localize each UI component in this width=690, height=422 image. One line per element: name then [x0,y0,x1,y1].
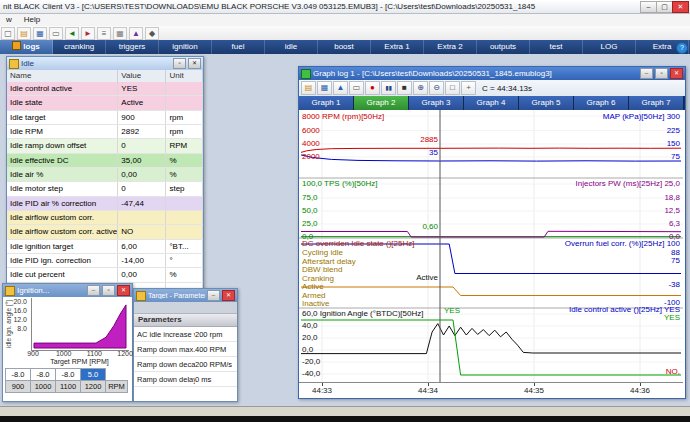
tab-extra-2[interactable]: Extra 2 [424,40,477,54]
minimize-icon[interactable]: – [640,68,653,79]
idle-row[interactable]: Idle air %0,00% [7,168,203,182]
tab-outputs[interactable]: outputs [477,40,530,54]
idle-row[interactable]: Idle ignition target6,00°BT... [7,240,203,254]
tab-boost[interactable]: boost [318,40,371,54]
parameter-row[interactable]: Ramp down decay rate200 RPM/s [134,357,237,372]
param-name: Idle state [7,96,118,109]
idle-row[interactable]: Idle motor step0step [7,182,203,196]
tab-test[interactable]: test [530,40,583,54]
tab-ignition[interactable]: ignition [159,40,212,54]
tab-triggers[interactable]: triggers [106,40,159,54]
idle-window-titlebar[interactable]: Idle ▫ ✕ [7,57,203,70]
tab-cranking[interactable]: cranking [53,40,106,54]
tab-extra-1[interactable]: Extra 1 [371,40,424,54]
graph-axis-label: -38 [668,281,680,289]
idle-ignition-chart[interactable] [31,298,129,351]
tab-idle[interactable]: idle [265,40,318,54]
graph-axis-label: 75 [671,153,680,161]
maximize-button[interactable]: ▢ [656,1,673,13]
pin-button[interactable]: ▫ [173,58,186,69]
window-icon [136,291,146,301]
table-icon[interactable]: ▦ [113,27,127,40]
idle-row[interactable]: Idle airflow custom corr. activeNO [7,225,203,239]
open-icon[interactable]: ▤ [17,27,31,40]
tab-fuel[interactable]: fuel [212,40,265,54]
graph-axis-label: 18,8 [664,194,680,202]
cursor-value-rpm: 2885 [420,136,438,144]
minimize-button[interactable]: – [640,1,657,13]
graph-tab-graph-1[interactable]: Graph 1 [299,96,354,110]
close-icon[interactable]: ✕ [188,58,201,69]
print-icon[interactable]: ▭ [349,81,364,95]
tab-logs[interactable]: logs [0,40,53,54]
zoom-out-icon[interactable]: ⊖ [429,81,444,95]
minimize-icon[interactable]: – [207,290,220,301]
param-unit: RPM [166,139,203,152]
ignition-window-titlebar[interactable]: Ignition... – ▫ ✕ [3,284,132,297]
close-icon[interactable]: ✕ [222,290,235,301]
zoom-fit-icon[interactable]: □ [445,81,460,95]
write-icon[interactable]: ► [81,27,95,40]
stop-icon[interactable]: ■ [397,81,412,95]
cursor-value-map: 35 [429,149,438,157]
window-icon [9,59,19,69]
idle-row[interactable]: Idle airflow custom corr. [7,211,203,225]
cursor-value-idle-state: Active [416,274,438,282]
graph-tab-graph-2[interactable]: Graph 2 [354,96,409,110]
parameters-window-titlebar[interactable]: Target - Parameters – ✕ [134,289,237,302]
log-icon[interactable]: ≡ [97,27,111,40]
idle-row[interactable]: Idle ramp down offset0RPM [7,139,203,153]
pan-icon[interactable]: + [461,81,476,95]
graph-tab-graph-7[interactable]: Graph 7 [629,96,684,110]
maximize-icon[interactable]: ▫ [655,68,668,79]
record-icon[interactable]: ● [365,81,380,95]
param-unit [166,197,203,210]
menu-item-w[interactable]: w [0,14,18,25]
param-unit: % [166,154,203,167]
idle-row[interactable]: Idle effective DC35,00% [7,154,203,168]
parameter-row[interactable]: AC idle increase value200 rpm [134,327,237,342]
close-icon[interactable]: ✕ [117,285,130,296]
param-name: Idle air % [7,168,118,181]
minimize-icon[interactable]: – [87,285,100,296]
graph-window-titlebar[interactable]: Graph log 1 - [C:\Users\test\Downloads\2… [299,67,685,80]
open-icon[interactable]: ▤ [301,81,316,95]
parameter-row[interactable]: Ramp down delay0 ms [134,372,237,387]
tools-icon[interactable]: ◆ [145,27,159,40]
param-value: Active [118,96,166,109]
param-value: 0 [118,139,166,152]
cursor-value-idle-active: YES [444,307,460,315]
idle-row[interactable]: Idle target900rpm [7,111,203,125]
idle-row[interactable]: Idle RPM2892rpm [7,125,203,139]
read-icon[interactable]: ◄ [65,27,79,40]
graph-tab-graph-4[interactable]: Graph 4 [464,96,519,110]
idle-row[interactable]: Idle PID ign. correction-14,00° [7,254,203,268]
parameter-row[interactable]: Ramp down max. offs400 RPM [134,342,237,357]
new-icon[interactable]: ▢ [1,27,15,40]
save-icon[interactable]: ▦ [317,81,332,95]
graph-tab-graph-5[interactable]: Graph 5 [519,96,574,110]
graph-tab-graph-6[interactable]: Graph 6 [574,96,629,110]
close-button[interactable]: ✕ [672,1,689,13]
print-icon[interactable]: ▭ [49,27,63,40]
zoom-in-icon[interactable]: ⊕ [413,81,428,95]
maximize-icon[interactable]: ▫ [102,285,115,296]
idle-row[interactable]: Idle cut percent0,00% [7,268,203,282]
param-name: Idle airflow custom corr. [7,211,118,224]
tab-log[interactable]: LOG [583,40,636,54]
graph-plot-area[interactable]: 8000 RPM (rpm)[50Hz]600040002000100,0 TP… [299,110,683,382]
idle-row[interactable]: Idle stateActive [7,96,203,110]
graph-window-icon [301,69,311,79]
ign-x-tick: 1000 [56,350,72,357]
help-button[interactable]: ? [676,42,688,54]
menu-item-help[interactable]: Help [18,14,46,25]
graph-tab-graph-3[interactable]: Graph 3 [409,96,464,110]
close-icon[interactable]: ✕ [670,68,683,79]
export-icon[interactable]: ▲ [333,81,348,95]
page-tab-bar: logscrankingtriggersignitionfuelidleboos… [0,40,690,54]
save-icon[interactable]: ▦ [33,27,47,40]
chart-icon[interactable]: ▲ [129,27,143,40]
pause-icon[interactable]: ▮▮ [381,81,396,95]
idle-row[interactable]: Idle PID air % correction-47,44 [7,197,203,211]
idle-row[interactable]: Idle control activeYES [7,82,203,96]
